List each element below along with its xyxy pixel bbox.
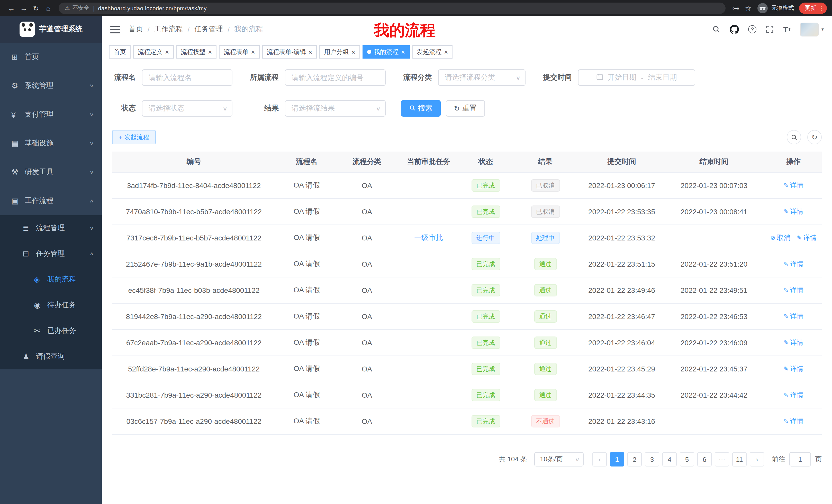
cell-result: 通过 [510, 382, 580, 408]
tab-process-model[interactable]: 流程模型× [176, 45, 216, 59]
action-detail-link[interactable]: ✎详情 [783, 390, 803, 400]
action-detail-link[interactable]: ✎详情 [783, 338, 803, 347]
page-button-6[interactable]: 6 [697, 452, 712, 467]
action-detail-link[interactable]: ✎详情 [783, 181, 803, 190]
reset-button[interactable]: ↻ 重置 [446, 100, 485, 117]
tab-home[interactable]: 首页 [109, 45, 131, 59]
tab-close-icon[interactable]: × [401, 49, 405, 55]
tab-close-icon[interactable]: × [444, 49, 448, 55]
table-search-button[interactable] [787, 130, 801, 144]
goto-page-input[interactable] [789, 452, 811, 467]
filter-result: 结果 请选择流结果 ∨ [248, 100, 386, 117]
table-row: 52ffd28e-7b9a-11ec-a290-acde48001122OA 请… [112, 356, 822, 382]
date-range-picker[interactable]: 开始日期 - 结束日期 [578, 69, 695, 86]
tab-my-process[interactable]: 我的流程× [363, 45, 410, 59]
cell-result: 不通过 [510, 408, 580, 435]
page-button-4[interactable]: 4 [662, 452, 677, 467]
tab-process-form[interactable]: 流程表单× [219, 45, 259, 59]
bookmark-star-icon[interactable]: ☆ [742, 2, 754, 14]
action-detail-link[interactable]: ✎详情 [783, 207, 803, 216]
page-size-select[interactable]: 10条/页 ∨ [534, 452, 583, 467]
user-avatar[interactable]: ▾ [800, 22, 824, 36]
tab-close-icon[interactable]: × [309, 49, 312, 55]
table-refresh-button[interactable]: ↻ [807, 130, 822, 144]
process-definition-input[interactable] [285, 69, 386, 86]
tab-close-icon[interactable]: × [208, 49, 212, 55]
reset-button-label: 重置 [462, 104, 477, 113]
page-button-5[interactable]: 5 [680, 452, 694, 467]
sidebar-item-home[interactable]: ⊞首页 [0, 43, 102, 72]
fullscreen-icon[interactable] [766, 25, 774, 33]
detail-icon: ✎ [783, 260, 788, 268]
tab-close-icon[interactable]: × [165, 49, 169, 55]
chevron-up-icon: ∧ [89, 251, 94, 256]
sidebar-item-system[interactable]: ⚙系统管理∨ [0, 72, 102, 100]
tab-process-form-edit[interactable]: 流程表单-编辑× [262, 45, 317, 59]
status-badge: 已完成 [471, 310, 500, 323]
action-cancel-link[interactable]: ⊘取消 [770, 233, 790, 243]
process-name-input[interactable] [142, 69, 232, 86]
breadcrumb-item[interactable]: 任务管理 [194, 25, 223, 34]
action-detail-link[interactable]: ✎详情 [783, 312, 803, 321]
page-button-11[interactable]: 11 [732, 452, 747, 467]
prev-page-button[interactable]: ‹ [592, 452, 607, 467]
more-pages-button[interactable]: ··· [715, 452, 729, 467]
column-header: 提交时间 [580, 151, 663, 172]
action-detail-link[interactable]: ✎详情 [783, 286, 803, 295]
next-page-button[interactable]: › [750, 452, 764, 467]
action-detail-link[interactable]: ✎详情 [783, 364, 803, 373]
update-button[interactable]: 更新 ⋮ [799, 2, 827, 13]
sidebar-item-label: 已办任务 [47, 326, 76, 335]
cell-status: 已完成 [461, 408, 510, 435]
app-logo-area[interactable]: 芋道管理系统 [0, 16, 102, 43]
action-detail-link[interactable]: ✎详情 [783, 417, 803, 426]
page-button-3[interactable]: 3 [645, 452, 659, 467]
browser-home-icon[interactable]: ⌂ [42, 2, 54, 14]
table-row: 2152467e-7b9b-11ec-9a1b-acde48001122OA 请… [112, 251, 822, 277]
sidebar-item-todo-task[interactable]: ◉待办任务 [0, 292, 102, 318]
github-icon[interactable] [730, 25, 739, 34]
status-select[interactable]: 请选择状态 ∨ [142, 100, 232, 117]
help-icon[interactable]: ? [748, 25, 756, 33]
action-detail-link[interactable]: ✎详情 [797, 233, 816, 243]
action-detail-link[interactable]: ✎详情 [783, 259, 803, 269]
tab-close-icon[interactable]: × [352, 49, 355, 55]
password-key-icon[interactable]: ⊶ [730, 2, 742, 14]
sidebar-item-workflow[interactable]: ▣工作流程∧ [0, 187, 102, 215]
tab-process-definition[interactable]: 流程定义× [133, 45, 174, 59]
hamburger-icon[interactable] [110, 25, 120, 33]
sidebar-item-devtools[interactable]: ⚒研发工具∨ [0, 158, 102, 187]
sidebar-item-my-process[interactable]: ◈我的流程 [0, 267, 102, 292]
address-bar[interactable]: ⚠ 不安全 | dashboard.yudao.iocoder.cn/bpm/t… [59, 2, 726, 13]
date-range-separator: - [641, 74, 643, 82]
tab-user-group[interactable]: 用户分组× [319, 45, 360, 59]
sidebar-item-payment[interactable]: ¥支付管理∨ [0, 100, 102, 129]
sidebar-item-leave-query[interactable]: ♟请假查询 [0, 344, 102, 369]
kebab-menu-icon[interactable]: ⋮ [818, 4, 824, 11]
category-select[interactable]: 请选择流程分类 ∨ [438, 69, 525, 86]
sidebar-item-task-manage[interactable]: ⊟任务管理∧ [0, 241, 102, 267]
search-button[interactable]: 搜索 [401, 100, 441, 117]
font-size-icon[interactable]: TT [783, 25, 791, 34]
tab-close-icon[interactable]: × [251, 49, 255, 55]
sidebar-item-process-manage[interactable]: ≣流程管理∨ [0, 215, 102, 241]
sidebar-item-infrastructure[interactable]: ▤基础设施∨ [0, 129, 102, 158]
current-task-link[interactable]: 一级审批 [414, 233, 443, 242]
filter-submit-time: 提交时间 开始日期 - 结束日期 [541, 69, 695, 86]
forward-icon[interactable]: → [18, 2, 30, 14]
page-button-2[interactable]: 2 [627, 452, 642, 467]
start-process-button[interactable]: + 发起流程 [112, 130, 156, 144]
page-button-1[interactable]: 1 [610, 452, 624, 467]
sidebar-item-done-task[interactable]: ✂已办任务 [0, 318, 102, 344]
reload-icon[interactable]: ↻ [30, 2, 42, 14]
back-icon[interactable]: ← [5, 2, 18, 14]
search-icon[interactable] [712, 25, 721, 33]
tab-start-process[interactable]: 发起流程× [412, 45, 452, 59]
cell-status: 已完成 [461, 251, 510, 277]
breadcrumb-item[interactable]: 首页 [129, 25, 143, 34]
breadcrumb-item[interactable]: 工作流程 [154, 25, 183, 34]
result-badge: 通过 [534, 284, 557, 297]
result-select[interactable]: 请选择流结果 ∨ [285, 100, 386, 117]
cell-status: 已完成 [461, 199, 510, 225]
filter-process-definition: 所属流程 [248, 69, 386, 86]
